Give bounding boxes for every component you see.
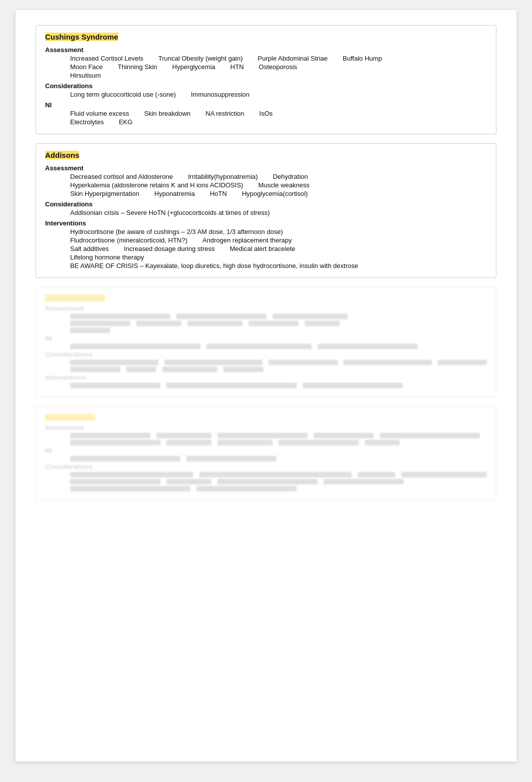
item-androgen-replacement: Androgen replacement therapy [202, 236, 292, 244]
blurred-assessment-1: Assessment [45, 305, 487, 312]
interventions-row-3: Salt additives Increased dosage during s… [70, 245, 487, 252]
item-ekg: EKG [119, 118, 132, 126]
ni-row-2: Electrolytes EKG [70, 118, 487, 126]
item-dehydration: Dehydration [273, 173, 308, 180]
blurred-ni-label: NI [45, 335, 487, 342]
cushings-assessment-content: Increased Cortisol Levels Truncal Obesit… [45, 55, 487, 79]
item-hyponatremia: Hyponatremia [154, 190, 195, 197]
blurred-row [70, 321, 487, 326]
assessment-row-2: Moon Face Thinning Skin Hyperglycemia HT… [70, 63, 487, 71]
blurred-ni-2: NI [45, 447, 487, 454]
item-lifelong-hormone: Lifelong hormone therapy [70, 253, 144, 261]
considerations-row-1: Long term glucocorticoid use (-sone) Imm… [70, 91, 487, 98]
cushings-ni-content: Fluid volume excess Skin breakdown NA re… [45, 110, 487, 126]
blurred-considerations-label: Considerations [45, 351, 487, 358]
item-hyperglycemia: Hyperglycemia [172, 63, 215, 71]
item-skin-breakdown: Skin breakdown [144, 110, 191, 117]
blurred-title-2 [45, 414, 95, 421]
item-buffalo-hump: Buffalo Hump [343, 55, 382, 62]
item-hypoglycemia-cortisol: Hypoglycemia(cortisol) [242, 190, 308, 197]
item-truncal-obesity: Truncal Obesity (weight gain) [158, 55, 243, 62]
page: Cushings Syndrome Assessment Increased C… [16, 10, 516, 761]
blurred-row [70, 328, 487, 333]
blurred-section-2: Assessment NI Consider [36, 406, 496, 500]
addisons-title: Addisons [45, 151, 79, 159]
interventions-row-2: Fludrocortisone (mineralcorticoid, HTN?)… [70, 236, 487, 244]
item-purple-striae: Purple Abdominal Striae [258, 55, 328, 62]
interventions-row-1: Hydrocortisone (be aware of cushings – 2… [70, 228, 487, 235]
addisons-interventions-label: Interventions [45, 219, 487, 227]
blurred-interventions-label: Interventions [45, 374, 487, 381]
item-fluid-volume: Fluid volume excess [70, 110, 129, 117]
item-hotn: HoTN [210, 190, 227, 197]
item-muscle-weakness: Muscle weakness [258, 181, 310, 189]
assessment-row-1: Increased Cortisol Levels Truncal Obesit… [70, 55, 487, 62]
addisons-considerations-row-1: Addisonian crisis – Severe HoTN (+glucoc… [70, 209, 487, 216]
addisons-assessment-row-1: Decreased cortisol and Aldosterone Irrit… [70, 173, 487, 180]
interventions-row-4: Lifelong hormone therapy [70, 253, 487, 261]
item-thinning-skin: Thinning Skin [118, 63, 157, 71]
item-decreased-cortisol: Decreased cortisol and Aldosterone [70, 173, 173, 180]
cushings-considerations-label: Considerations [45, 82, 487, 90]
item-be-aware-crisis: BE AWARE OF CRISIS – Kayexalate, loop di… [70, 262, 358, 270]
addisons-assessment-label: Assessment [45, 164, 487, 172]
addisons-assessment-row-2: Hyperkalemia (aldosterone retains K and … [70, 181, 487, 189]
cushings-considerations-content: Long term glucocorticoid use (-sone) Imm… [45, 91, 487, 98]
item-moon-face: Moon Face [70, 63, 103, 71]
interventions-row-5: BE AWARE OF CRISIS – Kayexalate, loop di… [70, 262, 487, 270]
item-salt-additives: Salt additives [70, 245, 109, 252]
addisons-assessment-row-3: Skin Hyperpigmentation Hyponatremia HoTN… [70, 190, 487, 197]
addisons-assessment-content: Decreased cortisol and Aldosterone Irrit… [45, 173, 487, 197]
item-skin-hyperpig: Skin Hyperpigmentation [70, 190, 139, 197]
item-na-restriction: NA restriction [205, 110, 244, 117]
blurred-assessment-2: Assessment [45, 424, 487, 431]
item-addisonian-crisis: Addisonian crisis – Severe HoTN (+glucoc… [70, 209, 270, 216]
item-glucocorticoid: Long term glucocorticoid use (-sone) [70, 91, 176, 98]
ni-row-1: Fluid volume excess Skin breakdown NA re… [70, 110, 487, 117]
addisons-interventions-content: Hydrocortisone (be aware of cushings – 2… [45, 228, 487, 270]
item-hyperkalemia: Hyperkalemia (aldosterone retains K and … [70, 181, 243, 189]
item-hydrocortisone: Hydrocortisone (be aware of cushings – 2… [70, 228, 283, 235]
addisons-considerations-label: Considerations [45, 200, 487, 208]
item-htn: HTN [230, 63, 244, 71]
item-isos: IsOs [259, 110, 273, 117]
item-irritability: Irritability(hyponatremia) [188, 173, 257, 180]
item-immunosuppression: Immunosuppression [191, 91, 249, 98]
item-osteoporosis: Osteoporosis [259, 63, 298, 71]
blurred-title-1 [45, 295, 105, 302]
cushings-title: Cushings Syndrome [45, 33, 118, 41]
cushings-ni-label: NI [45, 101, 487, 109]
blurred-assessment-rows-1 [45, 314, 487, 333]
item-fludrocortisone: Fludrocortisone (mineralcorticoid, HTN?) [70, 236, 187, 244]
blurred-row [70, 314, 487, 319]
assessment-row-3: Hirsutisum [70, 72, 487, 79]
item-increased-cortisol: Increased Cortisol Levels [70, 55, 143, 62]
addisons-considerations-content: Addisonian crisis – Severe HoTN (+glucoc… [45, 209, 487, 216]
item-hirsutisum: Hirsutisum [70, 72, 101, 79]
cushings-assessment-label: Assessment [45, 46, 487, 54]
item-increased-dosage: Increased dosage during stress [124, 245, 214, 252]
cushings-section: Cushings Syndrome Assessment Increased C… [36, 25, 496, 134]
item-electrolytes: Electrolytes [70, 118, 104, 126]
addisons-section: Addisons Assessment Decreased cortisol a… [36, 143, 496, 278]
blurred-considerations-2: Considerations [45, 463, 487, 470]
blurred-section-1: Assessment NI [36, 287, 496, 397]
item-medical-alert: Medical alert bracelete [230, 245, 296, 252]
